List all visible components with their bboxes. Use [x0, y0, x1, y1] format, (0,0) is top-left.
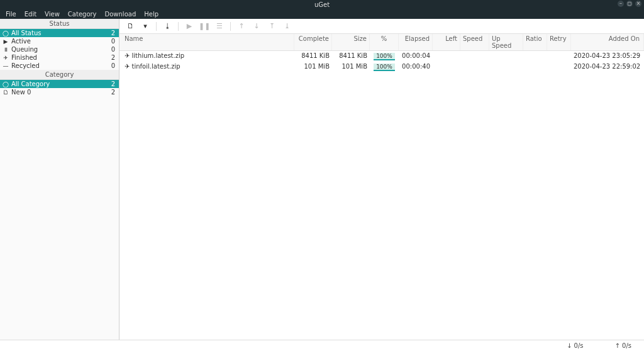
col-size[interactable]: Size	[332, 34, 370, 50]
top-icon: ⤒	[267, 22, 276, 31]
cell-added: 2020-04-23 23:05:29	[571, 52, 644, 61]
sidebar-status-header: Status	[0, 19, 119, 29]
cell-size: 101 MiB	[332, 62, 370, 72]
toolbar: 🗋▾⭳▶❚❚☰↑↓⤒⤓	[119, 19, 644, 34]
cell-ratio	[523, 52, 547, 61]
up-icon: ↑	[237, 22, 246, 31]
play-icon: ▶	[185, 22, 194, 31]
status-up-speed: ↑ 0/s	[615, 342, 632, 349]
sidebar: Status ◯All Status2▶Active0⏸Queuing0✈Fin…	[0, 19, 119, 340]
cell-complete: 8411 KiB	[294, 52, 332, 61]
sidebar-item-label: Active	[11, 38, 31, 45]
sidebar-item-category-0[interactable]: ◯All Category2	[0, 80, 119, 88]
new-icon[interactable]: 🗋	[126, 22, 135, 31]
cell-speed	[460, 62, 489, 72]
window-title: uGet	[314, 1, 330, 8]
col-percent[interactable]: %	[370, 34, 399, 50]
sidebar-item-count: 2	[111, 30, 116, 36]
finished-icon: ✈	[125, 63, 132, 70]
toolbar-separator	[156, 22, 157, 31]
save-icon[interactable]: ⭳	[163, 22, 172, 31]
status-icon: ✈	[3, 55, 9, 61]
sidebar-item-label: New 0	[11, 89, 31, 96]
sidebar-item-label: Recycled	[11, 62, 40, 69]
status-icon: —	[3, 63, 9, 69]
menu-view[interactable]: View	[42, 10, 63, 18]
cell-percent: 100%	[370, 62, 399, 72]
sidebar-item-count: 2	[111, 54, 116, 61]
minimize-button[interactable]: –	[618, 1, 624, 7]
sidebar-item-label: All Category	[11, 81, 50, 87]
pause-icon: ❚❚	[200, 22, 209, 31]
sidebar-item-count: 0	[111, 46, 116, 53]
down-icon: ↓	[252, 22, 261, 31]
table-row[interactable]: ✈ tinfoil.latest.zip101 MiB101 MiB100%00…	[119, 62, 644, 72]
menu-help[interactable]: Help	[141, 10, 162, 18]
table-row[interactable]: ✈ lithium.latest.zip8411 KiB8411 KiB100%…	[119, 51, 644, 62]
sidebar-item-count: 0	[111, 38, 116, 45]
status-icon: ◯	[3, 30, 9, 36]
cell-name: tinfoil.latest.zip	[132, 63, 180, 70]
cell-ratio	[523, 62, 547, 72]
cell-elapsed: 00:00:04	[399, 52, 433, 61]
bottom-icon: ⤓	[282, 22, 291, 31]
cell-retry	[547, 52, 571, 61]
sidebar-item-count: 2	[111, 81, 116, 87]
sidebar-item-status-2[interactable]: ⏸Queuing0	[0, 45, 119, 53]
sidebar-category-header: Category	[0, 70, 119, 80]
sidebar-item-status-3[interactable]: ✈Finished2	[0, 53, 119, 62]
maximize-button[interactable]: ◻	[626, 1, 633, 7]
status-down-speed: ↓ 0/s	[567, 342, 584, 349]
status-icon: ▶	[3, 38, 9, 45]
sidebar-item-status-4[interactable]: —Recycled0	[0, 62, 119, 70]
menu-edit[interactable]: Edit	[21, 10, 40, 18]
sidebar-item-label: Queuing	[11, 46, 38, 53]
grid-header: Name Complete Size % Elapsed Left Speed …	[119, 34, 644, 51]
cell-percent: 100%	[370, 52, 399, 61]
titlebar: uGet – ◻ ×	[0, 0, 644, 9]
cell-left	[433, 52, 460, 61]
menu-download[interactable]: Download	[102, 10, 140, 18]
dropdown-icon[interactable]: ▾	[141, 22, 150, 31]
cell-left	[433, 62, 460, 72]
window-controls: – ◻ ×	[618, 1, 641, 7]
status-icon: ⏸	[3, 47, 9, 53]
content: 🗋▾⭳▶❚❚☰↑↓⤒⤓ Name Complete Size % Elapsed…	[119, 19, 644, 340]
sidebar-item-status-1[interactable]: ▶Active0	[0, 37, 119, 45]
col-added[interactable]: Added On	[571, 34, 644, 50]
cell-elapsed: 00:00:40	[399, 62, 433, 72]
menu-file[interactable]: File	[3, 10, 19, 18]
sidebar-item-label: Finished	[11, 54, 37, 61]
col-upspeed[interactable]: Up Speed	[489, 34, 523, 50]
close-button[interactable]: ×	[635, 1, 641, 7]
statusbar: ↓ 0/s ↑ 0/s	[0, 340, 644, 351]
category-icon: ◯	[3, 81, 9, 87]
grid-body: ✈ lithium.latest.zip8411 KiB8411 KiB100%…	[119, 51, 644, 72]
cell-size: 8411 KiB	[332, 52, 370, 61]
finished-icon: ✈	[125, 52, 132, 59]
sidebar-item-label: All Status	[11, 30, 41, 36]
main-area: Status ◯All Status2▶Active0⏸Queuing0✈Fin…	[0, 19, 644, 340]
cell-upspeed	[489, 62, 523, 72]
sidebar-item-category-1[interactable]: 🗋New 02	[0, 88, 119, 96]
sidebar-item-count: 2	[111, 89, 116, 96]
menu-category[interactable]: Category	[65, 10, 100, 18]
cell-added: 2020-04-23 22:59:02	[571, 62, 644, 72]
toolbar-separator	[230, 22, 231, 31]
cell-upspeed	[489, 52, 523, 61]
col-retry[interactable]: Retry	[547, 34, 571, 50]
col-speed[interactable]: Speed	[460, 34, 489, 50]
col-elapsed[interactable]: Elapsed	[399, 34, 433, 50]
col-ratio[interactable]: Ratio	[523, 34, 547, 50]
properties-icon: ☰	[215, 22, 224, 31]
col-complete[interactable]: Complete	[294, 34, 332, 50]
cell-complete: 101 MiB	[294, 62, 332, 72]
cell-retry	[547, 62, 571, 72]
col-left[interactable]: Left	[433, 34, 460, 50]
cell-speed	[460, 52, 489, 61]
toolbar-separator	[178, 22, 179, 31]
cell-name: lithium.latest.zip	[132, 52, 185, 59]
col-name[interactable]: Name	[119, 34, 294, 50]
sidebar-item-count: 0	[111, 62, 116, 69]
sidebar-item-status-0[interactable]: ◯All Status2	[0, 29, 119, 37]
